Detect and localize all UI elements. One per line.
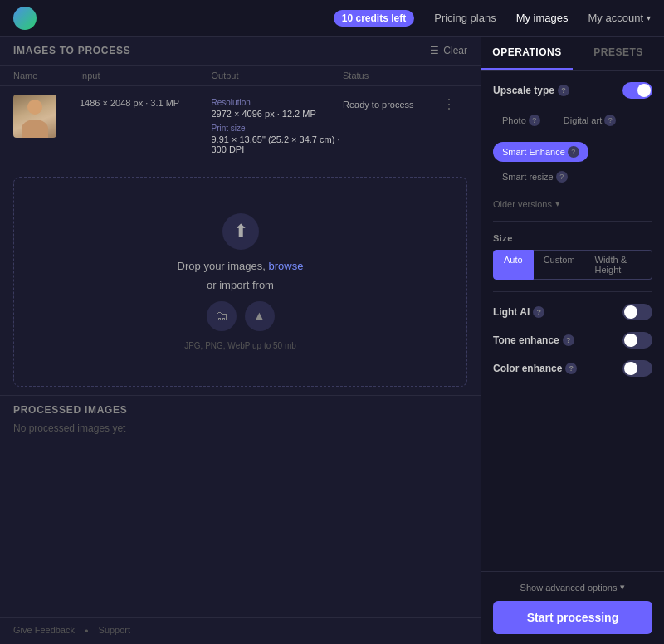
file-types-label: JPG, PNG, WebP up to 50 mb [184, 341, 296, 350]
col-output: Output [212, 71, 344, 80]
size-options: Auto Custom Width & Height [493, 250, 652, 280]
clear-button[interactable]: ☰ Clear [430, 45, 467, 56]
smart-enhance-option[interactable]: Smart Enhance ? [493, 142, 588, 162]
processed-section: PROCESSED IMAGES No processed images yet [0, 395, 481, 442]
upscale-type-label: Upscale type ? [493, 85, 569, 96]
resolution-label: Resolution [212, 98, 344, 107]
light-ai-row: Light AI ? [493, 304, 652, 320]
upscale-type-options: Photo ? Digital art ? [493, 110, 652, 130]
spacer [0, 442, 481, 617]
size-auto-button[interactable]: Auto [493, 250, 534, 280]
operations-content: Upscale type ? Photo ? Digital art ? [481, 71, 664, 571]
credits-badge[interactable]: 10 credits left [334, 10, 414, 27]
divider-2 [493, 291, 652, 292]
main-content: IMAGES TO PROCESS ☰ Clear Name Input Out… [0, 37, 664, 644]
color-enhance-toggle[interactable] [622, 360, 652, 377]
smart-resize-help-icon[interactable]: ? [556, 171, 568, 183]
drop-text: Drop your images, browse [178, 260, 304, 272]
print-value: 9.91 × 13.65" (25.2 × 34.7 cm) · 300 DPI [212, 134, 344, 154]
digital-art-option[interactable]: Digital art ? [554, 110, 625, 130]
light-ai-label: Light AI ? [493, 306, 544, 318]
footer: Give Feedback • Support [0, 617, 481, 644]
col-input: Input [80, 71, 212, 80]
top-navigation: 10 credits left Pricing plans My images … [0, 0, 664, 37]
upscale-help-icon[interactable]: ? [558, 85, 569, 96]
thumbnail[interactable] [13, 95, 56, 138]
photo-help-icon[interactable]: ? [529, 115, 540, 126]
panel-bottom: Show advanced options ▾ Start processing [481, 571, 664, 644]
tone-enhance-help-icon[interactable]: ? [563, 334, 574, 346]
table-row: 1486 × 2048 px · 3.1 MP Resolution 2972 … [0, 86, 481, 168]
status-badge: Ready to process [343, 95, 442, 110]
tone-enhance-label: Tone enhance ? [493, 334, 574, 346]
table-header: Name Input Output Status [0, 66, 481, 86]
chevron-down-icon: ▾ [647, 13, 651, 22]
output-info: Resolution 2972 × 4096 px · 12.2 MP Prin… [212, 95, 344, 159]
col-name: Name [13, 71, 80, 80]
photo-option[interactable]: Photo ? [493, 110, 549, 130]
browse-link[interactable]: browse [268, 260, 303, 272]
drop-zone[interactable]: ⬆ Drop your images, browse or import fro… [13, 177, 467, 387]
enhance-options: Smart Enhance ? Smart resize ? [493, 142, 652, 187]
print-label: Print size [212, 124, 344, 133]
images-section-title: IMAGES TO PROCESS [13, 45, 430, 56]
older-versions-dropdown[interactable]: Older versions ▾ [493, 198, 652, 209]
upscale-type-row: Upscale type ? [493, 82, 652, 99]
processed-title: PROCESSED IMAGES [13, 404, 467, 416]
my-images-link[interactable]: My images [516, 12, 569, 24]
my-account-menu[interactable]: My account ▾ [588, 12, 651, 24]
app-logo[interactable] [13, 7, 37, 30]
no-processed-label: No processed images yet [13, 422, 467, 434]
import-from-text: or import from [207, 279, 274, 291]
row-menu-button[interactable]: ⋮ [442, 95, 467, 112]
divider-1 [493, 221, 652, 222]
col-status: Status [343, 71, 442, 80]
upload-arrow-icon: ⬆ [233, 221, 248, 242]
tab-presets[interactable]: PRESETS [573, 37, 664, 70]
import-icons: 🗂 ▲ [207, 301, 275, 331]
import-drive-button[interactable]: ▲ [245, 301, 275, 331]
size-label: Size [493, 233, 652, 243]
right-panel: OPERATIONS PRESETS Upscale type ? Photo … [481, 37, 664, 644]
chevron-down-icon: ▾ [620, 582, 625, 593]
give-feedback-link[interactable]: Give Feedback [13, 625, 75, 637]
size-custom-button[interactable]: Custom [534, 250, 585, 280]
upscale-type-toggle[interactable] [622, 82, 652, 99]
left-panel: IMAGES TO PROCESS ☰ Clear Name Input Out… [0, 37, 481, 644]
color-enhance-label: Color enhance ? [493, 363, 577, 374]
resolution-value: 2972 × 4096 px · 12.2 MP [212, 109, 344, 119]
support-link[interactable]: Support [99, 625, 131, 637]
panel-tabs: OPERATIONS PRESETS [481, 37, 664, 71]
import-folder-button[interactable]: 🗂 [207, 301, 237, 331]
clear-icon: ☰ [430, 45, 439, 56]
light-ai-toggle[interactable] [622, 304, 652, 320]
light-ai-help-icon[interactable]: ? [533, 306, 544, 318]
upload-icon: ⬆ [222, 213, 259, 250]
advanced-options-button[interactable]: Show advanced options ▾ [493, 582, 652, 593]
size-width-height-button[interactable]: Width & Height [585, 250, 652, 280]
images-to-process-header: IMAGES TO PROCESS ☰ Clear [0, 37, 481, 66]
tone-enhance-toggle[interactable] [622, 332, 652, 349]
color-enhance-help-icon[interactable]: ? [565, 363, 577, 374]
tab-operations[interactable]: OPERATIONS [481, 37, 573, 70]
input-info: 1486 × 2048 px · 3.1 MP [80, 95, 212, 108]
smart-enhance-help-icon[interactable]: ? [568, 146, 579, 158]
chevron-down-icon: ▾ [555, 198, 560, 209]
pricing-plans-link[interactable]: Pricing plans [434, 12, 496, 24]
start-processing-button[interactable]: Start processing [493, 601, 652, 634]
smart-resize-option[interactable]: Smart resize ? [493, 167, 577, 187]
digital-art-help-icon[interactable]: ? [604, 115, 616, 126]
tone-enhance-row: Tone enhance ? [493, 332, 652, 349]
color-enhance-row: Color enhance ? [493, 360, 652, 377]
